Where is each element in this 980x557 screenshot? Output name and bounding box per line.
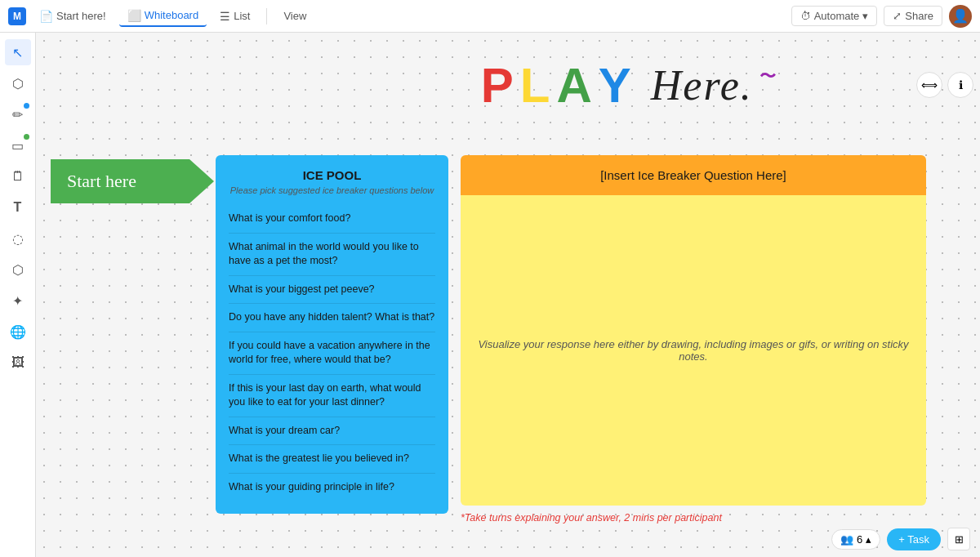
play-p: P [481,57,515,114]
play-l: L [520,57,552,114]
pencil-dot [24,103,29,109]
tool-image[interactable]: 🖼 [5,350,31,376]
ice-pool-subtitle: Please pick suggested ice breaker questi… [229,185,435,195]
whiteboard-icon: ⬜ [127,9,141,22]
question-2: What animal in the world would you like … [229,234,435,276]
answer-hint: Visualize your response here either by d… [477,338,910,363]
participants-icon: 👥 [840,533,853,546]
chevron-up-icon: ▴ [866,533,871,546]
tool-magic[interactable]: ✦ [5,287,31,314]
chevron-down-icon: ▾ [862,10,868,22]
tab-list[interactable]: ☰ List [212,7,258,26]
question-6: If this is your last day on earth, what … [229,375,435,417]
avatar: 👤 [949,5,972,28]
divider [266,8,267,25]
question-3: What is your biggest pet peeve? [229,276,435,305]
tab-view[interactable]: View [275,7,314,25]
tool-eraser[interactable]: ◌ [5,225,31,252]
question-header[interactable]: [Insert Ice Breaker Question Here] [461,155,926,195]
question-4: Do you have any hidden talent? What is t… [229,304,435,332]
tool-text[interactable]: T [5,194,31,221]
task-button[interactable]: + Task [887,528,941,550]
canvas: P L A Y Here. 〜 〜 Start here ICE POOL Pl… [36,33,980,557]
tab-whiteboard[interactable]: ⬜ Whiteboard [119,6,207,27]
tool-network[interactable]: ⬡ [5,256,31,283]
left-toolbar: ↖ ⬡ ✏ ▭ 🗒 T ◌ ⬡ ✦ 🌐 🖼 [0,33,36,557]
ice-pool-card: ICE POOL Please pick suggested ice break… [216,155,448,514]
question-5: If you could have a vacation anywhere in… [229,332,435,375]
list-icon: ☰ [220,10,230,23]
info-icon[interactable]: ℹ [947,72,973,98]
bottom-bar: 👥 6 ▴ + Task ⊞ [822,521,980,557]
share-icon: ⤢ [893,10,902,22]
top-right-icons: ⟺ ℹ [916,72,973,98]
app-logo: M [8,7,26,25]
start-here-arrow: Start here [51,159,214,203]
right-section: [Insert Ice Breaker Question Here] Visua… [461,155,926,524]
question-9: What is your guiding principle in life? [229,474,435,501]
page-icon: 📄 [39,10,53,23]
answer-area[interactable]: Visualize your response here either by d… [461,195,926,506]
automate-button[interactable]: ⏱ Automate ▾ [791,6,878,26]
ice-pool-title: ICE POOL [229,168,435,182]
topbar: M 📄 Start here! ⬜ Whiteboard ☰ List View… [0,0,980,33]
question-7: What is your dream car? [229,417,435,446]
tab-start-here[interactable]: 📄 Start here! [31,7,114,26]
tool-shapes[interactable]: ⬡ [5,70,31,96]
share-button[interactable]: ⤢ Share [884,6,942,26]
tool-rectangle[interactable]: ▭ [5,132,31,158]
rect-dot [24,134,29,140]
topbar-right: ⏱ Automate ▾ ⤢ Share 👤 [791,5,972,28]
play-here-header: P L A Y Here. 〜 〜 [481,57,753,114]
participants-button[interactable]: 👥 6 ▴ [831,529,880,550]
tool-pencil[interactable]: ✏ [5,101,31,127]
here-text: Here. [651,61,753,109]
expand-icon[interactable]: ⟺ [916,72,942,98]
tool-sticky[interactable]: 🗒 [5,163,31,189]
automate-icon: ⏱ [800,10,811,22]
tool-globe[interactable]: 🌐 [5,319,31,345]
question-8: What is the greatest lie you believed in… [229,445,435,474]
tool-select[interactable]: ↖ [5,39,31,65]
question-1: What is your comfort food? [229,205,435,234]
deco2: 〜 [760,65,777,87]
grid-view-button[interactable]: ⊞ [947,528,970,550]
play-a: A [556,57,593,114]
play-y: Y [599,57,633,114]
